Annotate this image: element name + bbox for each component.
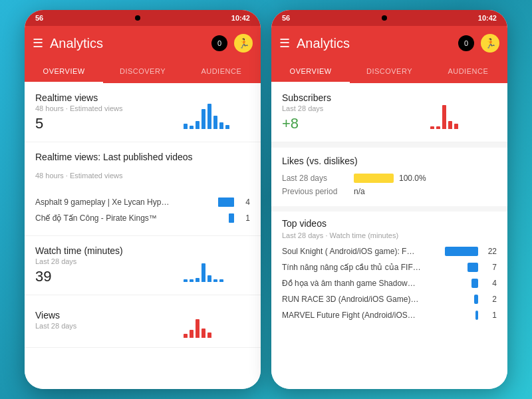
realtime-subtitle: 48 hours · Estimated views	[35, 104, 176, 112]
signal-left: 56	[35, 14, 43, 22]
tab-overview-right[interactable]: OVERVIEW	[271, 61, 350, 82]
likes-row-current: Last 28 days 100.0%	[282, 172, 497, 185]
subscribers-subtitle: Last 28 days	[282, 104, 422, 112]
watchtime-subtitle: Last 28 days	[35, 257, 176, 265]
tabs-left: OVERVIEW DISCOVERY AUDIENCE	[25, 61, 261, 83]
tab-audience-left[interactable]: AUDIENCE	[182, 61, 261, 82]
top-video-item: Tính năng nâng cấp cầu thủ của FIF… 7	[271, 259, 507, 275]
chart-bar	[219, 279, 223, 282]
realtime-value: 5	[35, 115, 176, 132]
top-videos-subtitle: Last 28 days · Watch time (minutes)	[271, 231, 507, 243]
realtime-videos-card: Realtime views: Last published videos 48…	[25, 142, 261, 236]
views-chart	[184, 305, 250, 338]
top-video-bar-1	[445, 247, 478, 256]
tab-discovery-left[interactable]: DISCOVERY	[103, 61, 182, 82]
video-label-1: Asphalt 9 gameplay | Xe Lycan Hyp…	[35, 198, 213, 207]
video-bar-1	[218, 198, 234, 207]
video-count-2: 1	[239, 213, 250, 223]
chart-bar	[184, 279, 188, 282]
realtime-videos-subtitle: 48 hours · Estimated views	[35, 172, 122, 180]
subscribers-info: Subscribers Last 28 days +8	[282, 92, 422, 132]
subscribers-title: Subscribers	[282, 92, 422, 103]
realtime-videos-title: Realtime views: Last published videos	[35, 152, 193, 162]
chart-bar	[207, 104, 211, 129]
right-phone: 56 10:42 ☰ Analytics 0 🏃 OVERVIEW DISCOV…	[271, 10, 507, 389]
top-video-item: RUN RACE 3D (Android/iOS Game)… 2	[271, 291, 507, 307]
top-video-label-2: Tính năng nâng cấp cầu thủ của FIF…	[282, 263, 462, 272]
top-video-count-3: 4	[483, 279, 497, 288]
signal-right: 56	[282, 14, 290, 22]
chart-bar	[430, 126, 434, 129]
camera-dot-left	[135, 15, 140, 21]
time-left: 10:42	[231, 14, 250, 22]
notif-badge-right[interactable]: 0	[458, 35, 474, 51]
chart-bar	[213, 279, 217, 282]
top-video-count-1: 22	[483, 247, 497, 256]
watchtime-info: Watch time (minutes) Last 28 days 39	[35, 245, 176, 285]
tab-overview-left[interactable]: OVERVIEW	[25, 61, 103, 82]
hamburger-icon-right[interactable]: ☰	[279, 36, 290, 51]
realtime-title: Realtime views	[35, 92, 176, 103]
camera-dot-right	[382, 15, 387, 21]
watchtime-card: Watch time (minutes) Last 28 days 39	[25, 236, 261, 295]
top-videos-title: Top videos	[271, 211, 507, 231]
chart-bar	[207, 332, 211, 338]
left-phone: 56 10:42 ☰ Analytics 0 🏃 OVERVIEW DISCOV…	[25, 10, 261, 389]
app-title-right: Analytics	[297, 36, 452, 51]
chart-bar	[213, 116, 217, 129]
likes-pct-prev: n/a	[354, 187, 365, 196]
avatar-right[interactable]: 🏃	[481, 34, 499, 53]
likes-row-prev: Previous period n/a	[282, 185, 497, 198]
chart-bar	[219, 122, 223, 129]
likes-pct-current: 100.0%	[399, 174, 426, 183]
chart-bar	[201, 109, 205, 129]
list-item: Asphalt 9 gameplay | Xe Lycan Hyp… 4	[35, 194, 250, 210]
section-divider-2	[271, 206, 507, 211]
chart-bar	[207, 275, 211, 282]
top-video-bar-5	[475, 311, 478, 320]
chart-bar	[184, 124, 188, 129]
top-video-bar-4	[474, 295, 478, 304]
views-title: Views	[35, 310, 176, 321]
time-right: 10:42	[478, 14, 497, 22]
video-bar-2	[229, 213, 234, 223]
content-right: Subscribers Last 28 days +8 Likes (vs. d…	[271, 83, 507, 389]
list-item: Chế độ Tấn Công - Pirate Kings™ 1	[35, 210, 250, 226]
subscribers-card: Subscribers Last 28 days +8	[271, 83, 507, 142]
likes-label-prev: Previous period	[282, 187, 348, 196]
views-card: Views Last 28 days	[25, 295, 261, 348]
chart-bar	[184, 334, 188, 338]
chart-bar	[190, 126, 194, 129]
video-count-1: 4	[239, 198, 250, 207]
chart-bar	[196, 319, 200, 338]
section-divider	[271, 142, 507, 148]
realtime-card: Realtime views 48 hours · Estimated view…	[25, 83, 261, 142]
tabs-right: OVERVIEW DISCOVERY AUDIENCE	[271, 61, 507, 83]
tab-audience-right[interactable]: AUDIENCE	[429, 61, 507, 82]
likes-bar-current	[354, 174, 394, 183]
hamburger-icon-left[interactable]: ☰	[33, 36, 43, 51]
chart-bar	[196, 278, 200, 282]
chart-bar	[196, 121, 200, 129]
subscribers-chart	[430, 96, 497, 129]
subscribers-value: +8	[282, 115, 422, 132]
chart-bar	[442, 105, 446, 129]
views-subtitle: Last 28 days	[35, 322, 176, 330]
chart-bar	[225, 125, 229, 129]
top-video-count-5: 1	[483, 311, 497, 320]
likes-label-current: Last 28 days	[282, 174, 348, 183]
avatar-left[interactable]: 🏃	[234, 34, 253, 53]
watchtime-chart	[184, 249, 250, 282]
top-video-bar-3	[471, 279, 478, 288]
notif-badge-left[interactable]: 0	[211, 35, 227, 51]
watchtime-value: 39	[35, 268, 176, 285]
top-video-item: Đồ họa và âm thanh game Shadow… 4	[271, 275, 507, 291]
top-video-label-5: MARVEL Future Fight (Android/iOS…	[282, 311, 470, 320]
top-video-label-4: RUN RACE 3D (Android/iOS Game)…	[282, 295, 469, 304]
realtime-chart	[184, 96, 250, 129]
chart-bar	[190, 279, 194, 282]
top-video-item: Soul Knight ( Android/iOS game): F… 22	[271, 243, 507, 259]
tab-discovery-right[interactable]: DISCOVERY	[350, 61, 428, 82]
realtime-videos-list: Asphalt 9 gameplay | Xe Lycan Hyp… 4 Chế…	[35, 194, 250, 226]
likes-card: Likes (vs. dislikes) Last 28 days 100.0%…	[271, 148, 507, 206]
